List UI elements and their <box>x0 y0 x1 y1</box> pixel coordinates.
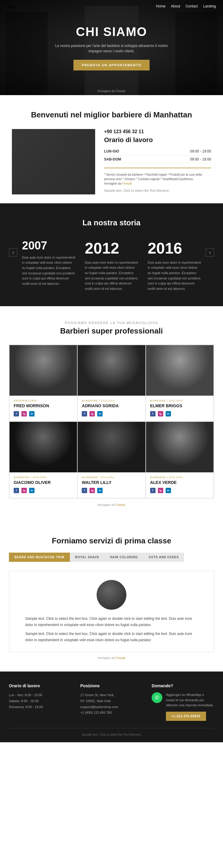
barber-role-5: BARBIERE / STILISTA <box>150 476 209 479</box>
footer-whatsapp-text: Aggiungici su WhatsApp e inviaci le tue … <box>166 692 214 708</box>
barber-social-3: f ig in <box>14 488 73 493</box>
instagram-icon-0[interactable]: ig <box>22 411 27 416</box>
facebook-icon-3[interactable]: f <box>14 488 19 493</box>
linkedin-icon-3[interactable]: in <box>29 488 34 493</box>
footer-location-title: Posizione <box>80 683 143 688</box>
barber-card-1: BARBIERE / STILISTA ADRIANO SGRIDA f ig … <box>77 345 146 422</box>
freepik-link[interactable]: Freepik <box>122 182 132 185</box>
tab-cuts-fades[interactable]: CUTS AND FADES <box>143 553 184 562</box>
welcome-title: Benvenuti nel miglior barbiere di Manhat… <box>12 110 211 120</box>
nav-home[interactable]: Home <box>156 4 166 8</box>
tab-royal-shave[interactable]: ROYAL SHAVE <box>70 553 105 562</box>
hero-content: CHI SIAMO La nostra passione per l'arte … <box>55 25 168 70</box>
nav-contact[interactable]: Contact <box>186 4 198 8</box>
welcome-image <box>12 129 95 194</box>
footer-hours-text: Lun - Ven: 8.00 - 19.00 Sabato: 8.00 - 1… <box>9 692 71 710</box>
footer-bottom: Sample text. Click to select the Text El… <box>9 728 214 736</box>
instagram-icon-4[interactable]: ig <box>90 488 95 493</box>
barbers-freepik-link[interactable]: Freepik <box>116 503 125 506</box>
instagram-icon-2[interactable]: ig <box>158 411 163 416</box>
services-credit: Immagine da Freepik <box>9 656 214 660</box>
history-item-1: 2012 Duis aute irure dolor in reprehende… <box>80 239 143 291</box>
barber-card-4: BARBIERE / STILISTA WALTER LILLY f ig in <box>77 422 146 498</box>
hero-section: CHI SIAMO La nostra passione per l'arte … <box>0 0 223 95</box>
footer-hours-0: Lun - Ven: 8.00 - 19.00 <box>9 692 71 698</box>
barber-photo-5 <box>146 422 214 472</box>
nav-links: Home About Contact Landing <box>156 4 216 8</box>
facebook-icon-1[interactable]: f <box>82 411 87 416</box>
linkedin-icon-1[interactable]: in <box>97 411 103 416</box>
barber-role-0: PROPRIETARIO <box>14 399 73 402</box>
facebook-icon-2[interactable]: f <box>150 411 156 416</box>
barbers-credit: Immagine da Freepik <box>9 503 214 506</box>
footer-whatsapp-title: Domande? <box>152 683 214 688</box>
service-description: Sample text. Click to select the text bo… <box>25 616 198 646</box>
footer-hours-2: Domenica: 8.00 - 18.00 <box>9 704 71 710</box>
services-content: Sample text. Click to select the text bo… <box>9 571 214 652</box>
barber-name-3: GIACOMO OLIVER <box>14 480 73 485</box>
service-desc-2: Sample text. Click to select the text bo… <box>25 631 198 643</box>
freepik-label: Immagine da <box>104 182 121 185</box>
footer-phone: +1 (800) 123 456 780 <box>80 710 143 716</box>
linkedin-icon-2[interactable]: in <box>166 411 171 416</box>
facebook-icon-5[interactable]: f <box>150 488 156 493</box>
welcome-hours-title: Orario di lavoro <box>104 136 211 144</box>
footer-grid: Orario di lavoro Lun - Ven: 8.00 - 19.00… <box>9 683 214 721</box>
barber-photo-2 <box>146 345 214 396</box>
linkedin-icon-4[interactable]: in <box>97 488 103 493</box>
barber-info-5: BARBIERE / STILISTA ALEX VERDE f ig in <box>146 476 214 493</box>
barber-info-2: BARBIERE / STILISTA ELMER BRIGGS f ig in <box>146 399 214 416</box>
tab-beard-mustache[interactable]: BEARD AND MUSTACHE TRIM <box>9 553 70 562</box>
barber-photo-0 <box>9 345 77 396</box>
history-prev-button[interactable]: ‹ <box>9 248 17 256</box>
footer-email[interactable]: support@barbershop.com <box>80 705 118 709</box>
barber-info-0: PROPRIETARIO FRED MORRISON f ig in <box>9 399 77 416</box>
barber-card-2: BARBIERE / STILISTA ELMER BRIGGS f ig in <box>146 345 214 422</box>
barber-card-0: PROPRIETARIO FRED MORRISON f ig in <box>9 345 77 422</box>
history-year-1: 2012 <box>85 239 138 257</box>
barber-role-2: BARBIERE / STILISTA <box>150 399 209 402</box>
welcome-image-inner <box>12 129 95 194</box>
history-next-button[interactable]: › <box>206 248 214 256</box>
footer: Orario di lavoro Lun - Ven: 8.00 - 19.00… <box>0 672 223 742</box>
footer-whatsapp-block: ✆ Aggiungici su WhatsApp e inviaci le tu… <box>152 692 214 721</box>
services-freepik-link[interactable]: Freepik <box>116 656 125 660</box>
facebook-icon-4[interactable]: f <box>82 488 87 493</box>
hours-time-1: 09:00 - 19:00 <box>190 149 211 153</box>
history-text-2: Duis aute irure dolor in reprehenderit i… <box>148 260 201 291</box>
barber-photo-1 <box>77 345 145 396</box>
instagram-icon-3[interactable]: ig <box>22 488 27 493</box>
barber-info-4: BARBIERE / STILISTA WALTER LILLY f ig in <box>77 476 145 493</box>
barber-social-5: f ig in <box>150 488 209 493</box>
nav-about[interactable]: About <box>171 4 180 8</box>
barbers-subtitle: POSSIAMO RENDERE LA TUA MERAVIGLIOSA <box>9 321 214 324</box>
footer-col-hours: Orario di lavoro Lun - Ven: 8.00 - 19.00… <box>9 683 71 721</box>
linkedin-icon-5[interactable]: in <box>166 488 171 493</box>
barber-social-1: f ig in <box>82 411 141 416</box>
facebook-icon-0[interactable]: f <box>14 411 19 416</box>
barber-social-0: f ig in <box>14 411 73 416</box>
tab-hair-coloring[interactable]: HAIR COLORING <box>105 553 143 562</box>
instagram-icon-1[interactable]: ig <box>90 411 95 416</box>
instagram-icon-5[interactable]: ig <box>158 488 163 493</box>
service-desc-1: Sample text. Click to select the text bo… <box>25 616 198 628</box>
footer-hours-title: Orario di lavoro <box>9 683 71 688</box>
history-item-0: 2007 Duis aute irure dolor in reprehende… <box>17 239 80 291</box>
nav-landing[interactable]: Landing <box>203 4 216 8</box>
barber-name-4: WALTER LILLY <box>82 480 141 485</box>
whatsapp-button[interactable]: +1-323-475-89935 <box>166 712 206 721</box>
welcome-grid: +90 123 456 32 11 Orario di lavoro LUN-G… <box>12 129 211 194</box>
hero-title: CHI SIAMO <box>55 25 168 39</box>
services-section: Forniamo servizi di prima classe BEARD A… <box>0 521 223 672</box>
service-avatar <box>97 580 126 610</box>
hero-cta-button[interactable]: PRENOTA UN APPUNTAMENTO <box>73 60 150 70</box>
whatsapp-icon: ✆ <box>152 692 162 703</box>
welcome-note: * Servizi completi da barbiere * Pacchet… <box>104 173 211 186</box>
history-timeline: ‹ 2007 Duis aute irure dolor in reprehen… <box>9 239 214 291</box>
barber-social-4: f ig in <box>82 488 141 493</box>
footer-address-text: 17 Green St, New York, NY 10002, Stati U… <box>80 692 143 704</box>
barber-card-3: BARBIERE / STILISTA GIACOMO OLIVER f ig … <box>9 422 77 498</box>
footer-col-whatsapp: Domande? ✆ Aggiungici su WhatsApp e invi… <box>152 683 214 721</box>
linkedin-icon-0[interactable]: in <box>29 411 34 416</box>
barber-info-1: BARBIERE / STILISTA ADRIANO SGRIDA f ig … <box>77 399 145 416</box>
